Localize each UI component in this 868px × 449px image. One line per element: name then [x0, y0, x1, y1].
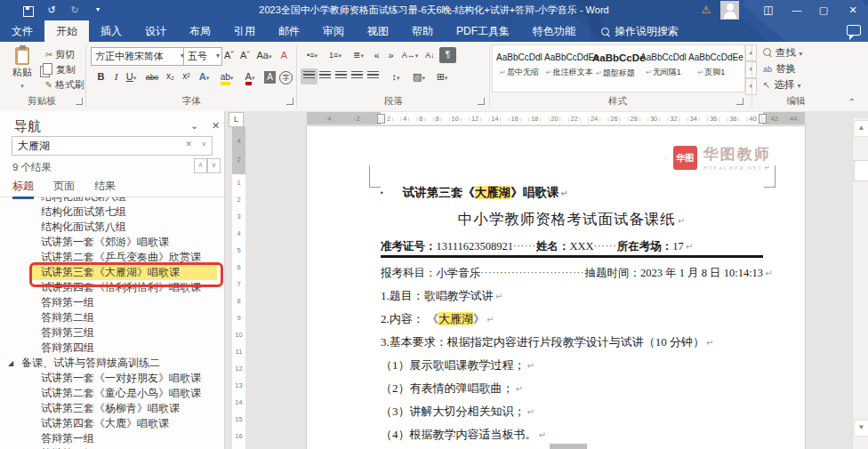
style-card[interactable]: AaBbCcDdl ↵居中无缩: [496, 47, 541, 88]
ribbon-tab[interactable]: 帮助: [400, 20, 445, 42]
comment-icon[interactable]: [847, 25, 861, 36]
styles-dialog-launcher[interactable]: [736, 98, 743, 105]
superscript-button[interactable]: x²: [178, 68, 195, 84]
find-button[interactable]: 查找 ▾: [763, 46, 802, 61]
show-marks-button[interactable]: ¶: [439, 47, 456, 63]
align-right-button[interactable]: [333, 68, 350, 84]
ribbon-display-options-icon[interactable]: ◫: [756, 0, 781, 20]
character-shading-button[interactable]: A: [261, 68, 278, 84]
font-dialog-launcher[interactable]: [286, 98, 293, 105]
font-size-combo[interactable]: 五号▾: [183, 47, 222, 66]
collapse-ribbon-icon[interactable]: ⌃: [848, 97, 856, 107]
ribbon-tab[interactable]: 布局: [178, 20, 222, 42]
change-case-button[interactable]: Aa▾: [253, 47, 276, 63]
horizontal-ruler[interactable]: 42 246810121416182022242628303234363840 …: [307, 112, 805, 124]
navigation-tab[interactable]: 标题: [12, 179, 34, 199]
search-dropdown-icon[interactable]: ˅: [202, 140, 206, 148]
nav-heading-item[interactable]: ◢ 试讲第一套《郊游》唱歌课: [0, 235, 221, 250]
restore-button[interactable]: ▢: [811, 0, 836, 20]
avatar[interactable]: [720, 1, 739, 20]
distribute-button[interactable]: [365, 68, 382, 84]
nav-heading-item[interactable]: ◢ 答辩第四组: [0, 341, 221, 356]
align-center-button[interactable]: [317, 68, 334, 84]
nav-heading-item[interactable]: ◢ 试讲第三套《杨柳青》唱歌课: [0, 401, 221, 416]
left-indent-marker[interactable]: [377, 114, 385, 124]
shrink-font-button[interactable]: Aˇ: [237, 47, 253, 63]
nav-heading-item[interactable]: ◢ 答辩第二组: [0, 310, 221, 325]
right-indent-marker[interactable]: [759, 114, 767, 124]
nav-heading-item[interactable]: ◢ 结构化面试第八组: [0, 220, 221, 235]
previous-result-button[interactable]: ∧: [194, 158, 207, 173]
multilevel-list-button[interactable]: ≣▾: [347, 47, 370, 63]
bullets-button[interactable]: •≡▾: [301, 47, 324, 63]
pane-close-icon[interactable]: ✕: [212, 120, 220, 132]
paste-button[interactable]: 粘贴▾: [5, 45, 39, 93]
numbering-button[interactable]: 1≡▾: [324, 47, 347, 63]
font-color-button[interactable]: A▾: [238, 68, 261, 84]
warning-icon[interactable]: ⚠: [697, 0, 715, 20]
format-painter-button[interactable]: ✎格式刷: [43, 77, 84, 92]
subscript-button[interactable]: x₂: [162, 68, 179, 84]
scroll-up-icon[interactable]: ▲: [854, 120, 868, 137]
font-name-combo[interactable]: 方正中雅宋简体▾: [91, 47, 187, 66]
navigation-tab[interactable]: 页面: [53, 179, 75, 196]
nav-heading-item[interactable]: ◢ 试讲第二套《童心是小鸟》唱歌课: [0, 386, 221, 401]
scrollbar-thumb[interactable]: [854, 160, 868, 181]
ribbon-tab[interactable]: 特色功能: [521, 20, 587, 42]
ribbon-tab[interactable]: 设计: [133, 20, 178, 42]
tab-stop-selector[interactable]: L: [229, 112, 244, 127]
shading-button[interactable]: ▨▾: [407, 68, 430, 84]
asian-layout-button[interactable]: A↔▾: [398, 47, 422, 63]
justify-button[interactable]: [349, 68, 366, 84]
nav-heading-item[interactable]: ◢ 答辩第一组: [0, 431, 221, 446]
nav-heading-item[interactable]: ◢ 试讲第四套《大鹿》唱歌课: [0, 416, 221, 431]
ribbon-tab[interactable]: 文件: [0, 20, 44, 42]
highlight-color-button[interactable]: ab▾: [215, 68, 238, 84]
ribbon-tab[interactable]: 插入: [89, 20, 133, 42]
navigation-tab[interactable]: 结果: [94, 179, 116, 196]
increase-indent-button[interactable]: »: [382, 47, 399, 63]
enclose-characters-button[interactable]: 字: [277, 68, 294, 84]
paragraph-dialog-launcher[interactable]: [478, 98, 485, 105]
style-card[interactable]: AaBbCcDdEe ↵页脚1: [688, 47, 733, 88]
line-spacing-button[interactable]: ↕▾: [384, 68, 407, 84]
ribbon-tab[interactable]: 引用: [222, 20, 267, 42]
document-page[interactable]: · 华图 华图教师 HTEACHER.NET↵ ▪试讲第三套《大雁湖》唱歌课↵ …: [307, 126, 805, 449]
nav-heading-item[interactable]: ◢ 结构化面试第六组: [0, 197, 221, 204]
cut-button[interactable]: ✂剪切: [43, 47, 75, 61]
clear-format-button[interactable]: A: [276, 47, 293, 63]
pane-options-icon[interactable]: ⌄: [190, 120, 198, 132]
ribbon-tab[interactable]: 开始: [44, 20, 89, 42]
nav-heading-item[interactable]: ◢ 答辩第三组: [0, 325, 221, 341]
text-effects-button[interactable]: A▾: [196, 68, 213, 84]
next-result-button[interactable]: ∨: [207, 158, 221, 173]
collapse-triangle-icon[interactable]: ◢: [8, 356, 13, 371]
style-card[interactable]: AaBbCcDc ↵题型标题: [592, 47, 637, 88]
ribbon-tab[interactable]: PDF工具集: [445, 20, 521, 42]
clipboard-dialog-launcher[interactable]: [76, 98, 83, 105]
scroll-down-icon[interactable]: ▼: [854, 420, 868, 437]
sort-button[interactable]: A↓: [422, 47, 438, 63]
underline-button[interactable]: U▾: [123, 68, 140, 84]
ribbon-tab[interactable]: 视图: [356, 20, 400, 42]
style-card[interactable]: AaBbCcDdEe ↵批注框文本: [544, 47, 589, 88]
ribbon-tab[interactable]: 审阅: [311, 20, 356, 42]
strikethrough-button[interactable]: abc: [141, 68, 164, 84]
nav-heading-item[interactable]: ◢ 结构化面试第七组: [0, 204, 221, 220]
select-button[interactable]: ↖选择 ▾: [763, 78, 801, 93]
horizontal-scrollbar-thumb[interactable]: [550, 444, 587, 449]
search-clear-icon[interactable]: ✕: [185, 140, 192, 148]
vertical-ruler[interactable]: 42 123456789101112131415161718: [232, 126, 245, 449]
nav-heading-item[interactable]: ◢ 备课、试讲与答辩拔高训练二: [0, 356, 221, 371]
search-input[interactable]: [12, 139, 183, 155]
nav-heading-item[interactable]: ◢ 答辩第一组: [0, 295, 221, 310]
vertical-scrollbar[interactable]: ▲ ▼: [852, 118, 868, 449]
grow-font-button[interactable]: Aˆ: [221, 47, 237, 63]
style-card[interactable]: AaBbCcDdl ↵无间隔1: [640, 47, 685, 88]
replace-button[interactable]: ab替换: [763, 62, 796, 77]
tell-me-search[interactable]: 操作说明搜索: [587, 20, 679, 42]
ribbon-tab[interactable]: 邮件: [267, 20, 311, 42]
close-button[interactable]: ✕: [840, 0, 866, 20]
align-left-button[interactable]: [301, 68, 317, 84]
borders-button[interactable]: ⊞▾: [430, 68, 454, 84]
